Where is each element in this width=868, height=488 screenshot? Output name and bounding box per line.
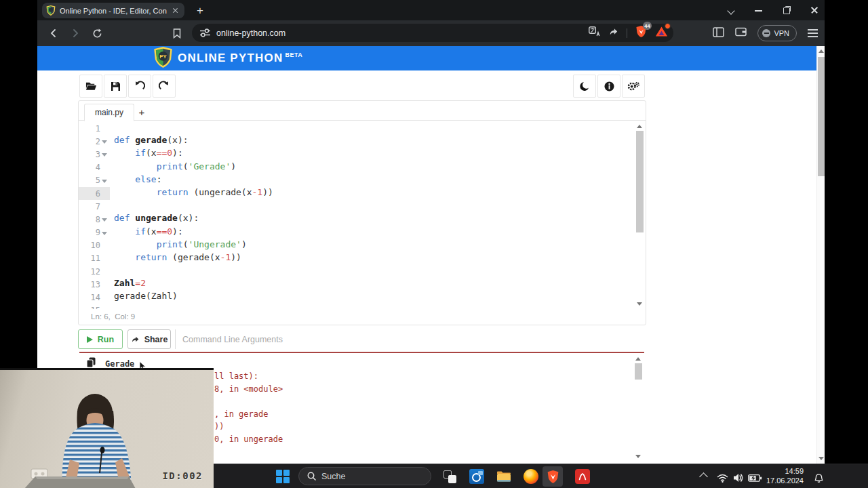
gutter-line[interactable]: 14 [79,291,110,304]
volume-tray-icon[interactable] [730,469,747,487]
scroll-up-icon[interactable] [818,49,824,53]
page-scrollbar-thumb[interactable] [818,57,825,176]
address-bar[interactable]: online-python.com [192,24,673,42]
tab-search-chevron-icon[interactable] [726,5,736,15]
page-scrollbar[interactable] [816,46,825,464]
editor-scrollbar[interactable] [635,122,644,308]
fold-arrow-icon[interactable] [100,174,108,187]
code-line [114,122,633,135]
scroll-up-icon[interactable] [635,357,641,361]
notifications-bell-icon[interactable] [810,470,827,487]
gutter-line[interactable]: 4 [79,161,110,174]
vpn-button[interactable]: VPN [757,25,797,41]
sidebar-icon[interactable] [713,27,724,40]
gutter-line[interactable]: 3 [79,148,110,161]
file-explorer-button[interactable] [495,468,513,485]
start-button[interactable] [274,468,292,485]
gutter-line[interactable]: 2 [79,135,110,148]
browser-tab[interactable]: Online Python - IDE, Editor, Con [42,3,184,18]
editor-statusbar: Ln: 6, Col: 9 [79,308,646,325]
scroll-down-icon[interactable] [637,302,642,306]
menu-icon[interactable] [808,29,818,37]
outlook-icon [469,469,484,484]
info-button[interactable] [597,75,620,98]
vpn-status-icon [762,29,770,37]
search-icon [307,472,316,481]
translate-icon[interactable] [589,26,600,39]
code-line [114,265,633,278]
editor-body[interactable]: 123456789101112131415 def gerade(x): if(… [79,121,646,309]
minimize-button[interactable] [754,5,764,15]
task-view-button[interactable] [441,468,458,485]
code-line: if(x==0): [114,148,633,161]
outlook-button[interactable] [468,468,486,485]
battery-tray-icon[interactable] [746,469,764,487]
fold-arrow-icon[interactable] [100,135,108,148]
share-button[interactable]: Share [127,329,171,349]
site-settings-tune-icon[interactable] [200,28,210,37]
acrobat-button[interactable] [574,468,591,485]
back-icon[interactable] [45,25,62,41]
fold-arrow-icon[interactable] [100,226,108,239]
reload-icon[interactable] [89,25,105,41]
wifi-tray-icon[interactable] [713,469,731,487]
gutter-line[interactable]: 12 [79,265,110,278]
new-tab-button[interactable]: + [192,3,208,18]
tray-time: 14:59 [766,467,804,476]
scroll-down-icon[interactable] [635,455,641,458]
camera-id-label: ID:002 [162,470,203,481]
code-line: else: [114,174,633,187]
gutter-line[interactable]: 10 [79,239,110,252]
scroll-down-icon[interactable] [818,457,824,460]
forward-icon[interactable] [67,25,83,41]
output-scrollbar-thumb[interactable] [635,363,642,380]
fold-arrow-icon[interactable] [100,148,108,161]
fold-spacer [100,161,108,174]
fold-spacer [100,239,108,252]
line-number: 11 [91,253,100,263]
wallet-icon[interactable] [735,27,747,39]
gutter-line[interactable]: 8 [79,213,110,226]
dark-mode-button[interactable] [573,75,596,98]
run-button[interactable]: Run [78,329,123,349]
maximize-button[interactable] [782,5,791,15]
close-window-button[interactable] [810,5,819,15]
command-line-arguments-input[interactable] [175,329,646,349]
code-line: def ungerade(x): [114,213,633,226]
add-file-tab-button[interactable]: + [133,104,151,121]
tray-clock[interactable]: 14:59 17.06.2024 [766,467,804,485]
share-icon[interactable] [608,26,618,39]
gutter-line[interactable]: 11 [79,252,110,265]
firefox-button[interactable] [522,468,540,485]
undo-button[interactable] [128,75,151,98]
gutter-line[interactable]: 1 [79,122,110,135]
settings-button[interactable] [622,75,645,98]
save-button[interactable] [104,75,127,98]
brave-rewards-icon[interactable] [655,26,668,40]
gutter-line[interactable]: 7 [79,200,110,213]
gutter-line[interactable]: 9 [79,226,110,239]
firefox-icon [524,469,538,484]
gutter-line[interactable]: 6 [79,187,110,200]
bookmark-icon[interactable] [169,25,185,41]
redo-button[interactable] [153,75,176,98]
brave-button-active[interactable] [542,466,563,487]
file-tab-mainpy[interactable]: main.py [84,104,134,121]
taskbar-search[interactable]: Suche [298,467,431,485]
open-file-button[interactable] [79,75,102,98]
editor-code[interactable]: def gerade(x): if(x==0): print('Gerade')… [114,122,633,309]
brave-shields-icon[interactable]: 44 [635,25,647,41]
url-text[interactable]: online-python.com [216,28,589,38]
fold-arrow-icon[interactable] [100,213,108,226]
gutter-line[interactable]: 13 [79,278,110,291]
line-number: 14 [91,293,100,302]
editor-scrollbar-thumb[interactable] [636,131,644,232]
gutter-line[interactable]: 5 [79,174,110,187]
tab-close-icon[interactable] [171,6,180,16]
scroll-up-icon[interactable] [637,125,642,128]
run-row: Run Share [78,329,646,349]
line-number: 2 [96,137,100,146]
output-scrollbar[interactable] [634,356,643,460]
toolbar-right: VPN [713,20,818,46]
tray-overflow-chevron-icon[interactable] [699,472,708,481]
